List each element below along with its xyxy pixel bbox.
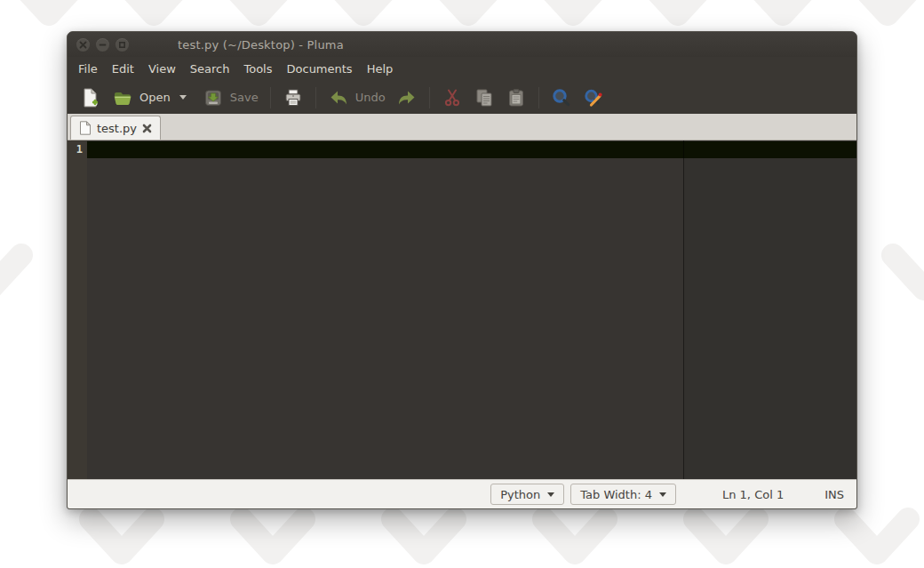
pluma-window: test.py (~/Desktop) - Pluma File Edit Vi… <box>67 31 857 509</box>
language-label: Python <box>500 488 540 501</box>
toolbar-separator <box>429 87 430 108</box>
toolbar-separator <box>270 87 271 108</box>
cut-icon <box>442 87 463 108</box>
toolbar: Open Save <box>68 81 856 114</box>
find-button[interactable] <box>546 84 578 112</box>
find-icon <box>551 87 572 108</box>
undo-button[interactable]: Undo <box>323 84 391 112</box>
menu-search[interactable]: Search <box>183 59 237 79</box>
paste-button[interactable] <box>500 84 532 112</box>
tab-bar: test.py <box>68 114 856 140</box>
open-button[interactable]: Open <box>107 84 176 112</box>
print-icon <box>283 87 304 108</box>
cut-button[interactable] <box>436 84 468 112</box>
maximize-icon[interactable] <box>116 38 129 52</box>
print-button[interactable] <box>277 84 309 112</box>
paste-icon <box>506 87 527 108</box>
text-editor[interactable] <box>87 140 856 479</box>
new-document-button[interactable] <box>75 84 107 112</box>
chevron-down-icon <box>179 95 187 100</box>
line-number: 1 <box>76 143 83 156</box>
menu-documents[interactable]: Documents <box>280 59 360 79</box>
save-icon <box>203 87 224 108</box>
save-label: Save <box>230 91 259 104</box>
menubar: File Edit View Search Tools Documents He… <box>68 57 856 81</box>
undo-label: Undo <box>355 91 386 104</box>
open-dropdown-button[interactable] <box>176 92 192 103</box>
editor-area: 1 <box>68 140 856 479</box>
find-replace-icon <box>583 87 604 108</box>
open-label: Open <box>139 91 171 104</box>
chevron-down-icon <box>547 492 554 497</box>
input-mode-indicator: INS <box>824 488 844 501</box>
copy-button[interactable] <box>468 84 500 112</box>
tab-close-icon[interactable] <box>142 124 152 133</box>
cursor-position: Ln 1, Col 1 <box>722 488 784 501</box>
tab-width-label: Tab Width: 4 <box>580 488 652 501</box>
menu-view[interactable]: View <box>141 59 183 79</box>
redo-icon <box>396 87 418 108</box>
window-title: test.py (~/Desktop) - Pluma <box>178 38 344 52</box>
chevron-down-icon <box>659 492 666 497</box>
toolbar-separator <box>315 87 316 108</box>
close-icon[interactable] <box>76 38 90 52</box>
tab-label: test.py <box>97 122 137 135</box>
menu-help[interactable]: Help <box>360 59 401 79</box>
language-selector[interactable]: Python <box>490 484 564 505</box>
line-number-gutter: 1 <box>68 140 87 479</box>
desktop: test.py (~/Desktop) - Pluma File Edit Vi… <box>0 0 924 568</box>
undo-icon <box>328 87 349 108</box>
menu-tools[interactable]: Tools <box>236 59 279 79</box>
redo-button[interactable] <box>391 84 423 112</box>
new-document-icon <box>80 87 101 108</box>
titlebar: test.py (~/Desktop) - Pluma <box>68 32 856 57</box>
save-button[interactable]: Save <box>197 84 264 112</box>
document-icon <box>79 121 92 135</box>
status-bar: Python Tab Width: 4 Ln 1, Col 1 INS <box>68 479 856 508</box>
find-replace-button[interactable] <box>578 84 609 112</box>
copy-icon <box>474 87 495 108</box>
tab-width-selector[interactable]: Tab Width: 4 <box>570 484 676 505</box>
menu-edit[interactable]: Edit <box>105 59 141 79</box>
menu-file[interactable]: File <box>71 59 105 79</box>
toolbar-separator <box>538 87 539 108</box>
minimize-icon[interactable] <box>96 38 109 52</box>
tab-test-py[interactable]: test.py <box>70 116 161 140</box>
open-folder-icon <box>112 87 133 108</box>
